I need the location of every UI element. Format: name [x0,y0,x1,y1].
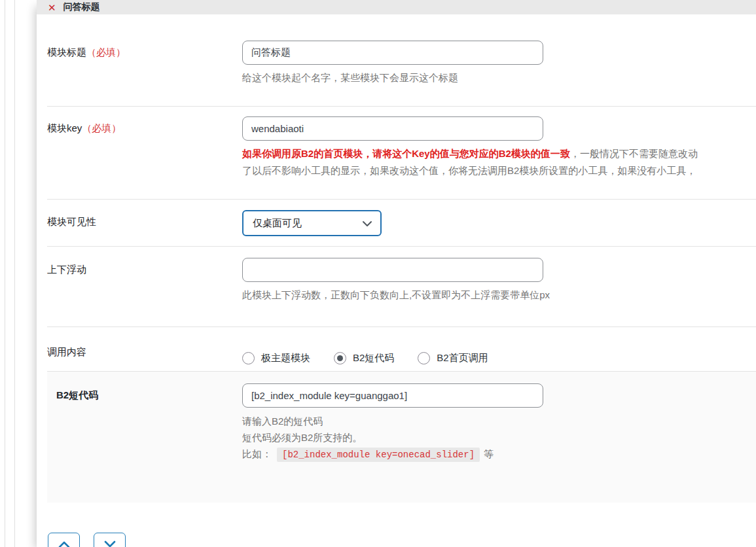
float-label: 上下浮动 [47,258,242,326]
radio-b2-homepage[interactable]: B2首页调用 [418,352,488,364]
row-visibility: 模块可见性 仅桌面可见 [37,200,756,246]
module-key-input[interactable] [242,116,543,141]
radio-b2-shortcode[interactable]: B2短代码 [334,352,394,364]
radio-theme-module[interactable]: 极主题模块 [242,352,310,364]
module-header: ✕ 问答标题 [37,0,756,14]
module-title-help: 给这个模块起个名字，某些模块下会显示这个标题 [242,70,756,85]
row-module-title: 模块标题（必填） 给这个模块起个名字，某些模块下会显示这个标题 [37,14,756,106]
module-key-label: 模块key（必填） [47,116,242,199]
shortcode-help-2: 短代码必须为B2所支持的。 [242,430,756,445]
required-marker: （必填） [86,46,126,58]
module-editor-panel: ✕ 问答标题 模块标题（必填） 给这个模块起个名字，某些模块下会显示这个标题 模… [37,0,756,547]
shortcode-help-1: 请输入B2的短代码 [242,414,756,429]
warning-rest-text: ，一般情况下不需要随意改动 [570,148,698,159]
shortcode-field: 请输入B2的短代码 短代码必须为B2所支持的。 比如：[b2_index_mod… [242,383,756,503]
left-rail-line [5,0,5,547]
example-prefix: 比如： [242,448,272,459]
visibility-label: 模块可见性 [47,210,242,246]
module-title-field: 给这个模块起个名字，某些模块下会显示这个标题 [242,41,756,106]
move-down-button[interactable] [94,533,126,547]
module-key-warning-line1: 如果你调用原B2的首页模块，请将这个Key的值与您对应的B2模块的值一致，一般情… [242,145,756,162]
content-source-label: 调用内容 [47,340,242,371]
shortcode-label: B2短代码 [56,383,242,503]
module-title: 问答标题 [63,1,100,13]
chevron-down-icon [103,540,117,547]
module-title-label: 模块标题（必填） [47,41,242,106]
radio-label: B2首页调用 [437,352,488,364]
radio-label: B2短代码 [353,352,394,364]
required-marker: （必填） [82,122,121,133]
content-source-radio-group: 极主题模块 B2短代码 B2首页调用 [242,340,756,371]
chevron-down-icon [362,220,372,228]
radio-icon-selected[interactable] [334,352,346,364]
radio-icon[interactable] [418,352,430,364]
module-key-field: 如果你调用原B2的首页模块，请将这个Key的值与您对应的B2模块的值一致，一般情… [242,116,756,199]
float-field: 此模块上下浮动数，正数向下负数向上,不设置即为不上浮需要带单位px [242,258,756,326]
visibility-select[interactable]: 仅桌面可见 [242,210,382,236]
module-key-warning-line2: 了以后不影响小工具的显示，如果改动这个值，你将无法调用B2模块所设置的小工具，如… [242,162,756,179]
float-help: 此模块上下浮动数，正数向下负数向上,不设置即为不上浮需要带单位px [242,287,756,302]
label-text: 模块标题 [47,46,86,58]
shortcode-help-3: 比如：[b2_index_module key=onecad_slider]等 [242,446,756,463]
module-footer [37,533,756,547]
row-content-source: 调用内容 极主题模块 B2短代码 B2首页调用 [37,327,756,371]
left-rail-line-2 [14,0,15,547]
radio-icon[interactable] [242,352,255,364]
float-input[interactable] [242,258,543,282]
radio-label: 极主题模块 [261,352,310,364]
row-float: 上下浮动 此模块上下浮动数，正数向下负数向上,不设置即为不上浮需要带单位px [37,247,756,326]
shortcode-example-code: [b2_index_module key=onecad_slider] [277,448,480,462]
warning-strong-text: 如果你调用原B2的首页模块，请将这个Key的值与您对应的B2模块的值一致 [242,148,570,159]
visibility-selected-value: 仅桌面可见 [253,217,302,230]
example-suffix: 等 [484,448,494,459]
row-module-key: 模块key（必填） 如果你调用原B2的首页模块，请将这个Key的值与您对应的B2… [37,107,756,199]
move-up-button[interactable] [48,533,80,547]
visibility-field: 仅桌面可见 [242,210,756,246]
shortcode-input[interactable] [242,383,543,408]
close-icon[interactable]: ✕ [48,3,56,12]
label-text: 模块key [47,122,82,133]
shortcode-section: B2短代码 请输入B2的短代码 短代码必须为B2所支持的。 比如：[b2_ind… [47,372,756,503]
chevron-up-icon [57,540,71,547]
module-title-input[interactable] [242,41,543,65]
